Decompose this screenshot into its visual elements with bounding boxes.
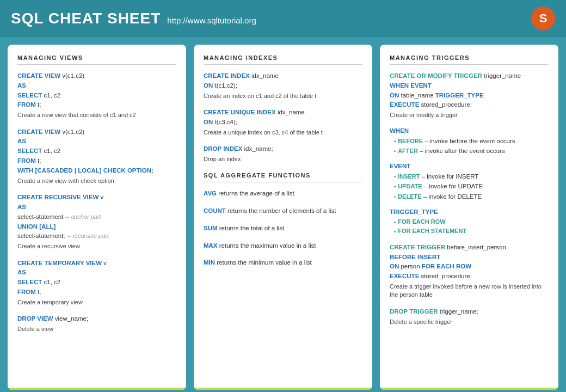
trigger-type-section: TRIGGER_TYPE • FOR EACH ROW • FOR EACH S… bbox=[390, 209, 549, 236]
func-count: COUNT returns the number of elements of … bbox=[204, 206, 362, 216]
code-line: AVG returns the average of a list bbox=[204, 189, 362, 199]
code-line: SELECT c1, c2 bbox=[17, 278, 176, 287]
code-drop-index: DROP INDEX idx_name; Drop an index bbox=[204, 144, 362, 163]
code-text: c1, c2 bbox=[42, 148, 60, 154]
kw: DROP VIEW bbox=[17, 315, 53, 322]
code-line: ON table_name TRIGGER_TYPE bbox=[390, 91, 549, 101]
app-title: SQL CHEAT SHEET bbox=[11, 10, 161, 27]
indexes-section-title: MANAGING INDEXES bbox=[204, 54, 362, 65]
code-create-temp-view: CREATE TEMPORARY VIEW v AS SELECT c1, c2… bbox=[17, 259, 176, 307]
code-line: WHEN EVENT bbox=[390, 81, 549, 91]
desc: Create an index on c1 and c2 of the tabl… bbox=[204, 92, 362, 100]
item-text: AFTER – invoke after the event occurs bbox=[398, 146, 505, 156]
kw: ON bbox=[390, 92, 399, 99]
kw: FOR EACH STATEMENT bbox=[398, 226, 466, 236]
func-avg: AVG returns the average of a list bbox=[204, 189, 362, 199]
kw: SELECT bbox=[17, 148, 42, 154]
kw: DROP INDEX bbox=[204, 145, 242, 152]
kw: WITH [CASCADED | LOCAL] CHECK OPTION; bbox=[17, 167, 153, 174]
code-text: t; bbox=[36, 289, 41, 295]
kw: MAX bbox=[204, 242, 218, 249]
code-text: t(c3,c4); bbox=[213, 119, 237, 125]
header: SQL CHEAT SHEET http://www.sqltutorial.o… bbox=[0, 0, 566, 37]
code-line: SELECT c1, c2 bbox=[17, 91, 176, 101]
event-list: • INSERT – invoke for INSERT • UPDATE – … bbox=[394, 171, 549, 202]
code-line: AS bbox=[17, 268, 176, 278]
kw: ON bbox=[204, 82, 213, 89]
kw: AS bbox=[17, 204, 26, 210]
func-min: MIN returns the minimum value in a list bbox=[204, 258, 362, 268]
kw: SUM bbox=[204, 225, 218, 231]
code-line: select-statement; -- recursive part bbox=[17, 231, 176, 241]
code-text: v(c1,c2) bbox=[60, 72, 84, 79]
code-text: returns the minimum value in a list bbox=[215, 259, 312, 266]
header-title-group: SQL CHEAT SHEET http://www.sqltutorial.o… bbox=[11, 10, 256, 27]
code-text: idx_name bbox=[276, 109, 305, 115]
code-text: t(c1,c2); bbox=[213, 82, 237, 89]
kw: DELETE bbox=[398, 193, 421, 200]
code-text: idx_name; bbox=[242, 145, 273, 152]
list-item: • DELETE – invoke for DELETE bbox=[394, 192, 549, 202]
code-line: CREATE OR MODIFY TRIGGER trigger_name bbox=[390, 71, 549, 81]
code-line: SUM returns the total of a list bbox=[204, 224, 362, 234]
code-text: – invoke after the event occurs bbox=[418, 148, 505, 154]
when-section: WHEN • BEFORE – invoke before the event … bbox=[390, 127, 549, 156]
kw: SELECT bbox=[17, 92, 42, 99]
code-line: COUNT returns the number of elements of … bbox=[204, 206, 362, 216]
kw: INSERT bbox=[398, 173, 420, 180]
code-line: AS bbox=[17, 81, 176, 91]
kw: ON bbox=[390, 263, 399, 270]
code-line: CREATE INDEX idx_name bbox=[204, 71, 362, 81]
list-item: • INSERT – invoke for INSERT bbox=[394, 171, 549, 182]
code-create-view-2: CREATE VIEW v(c1,c2) AS SELECT c1, c2 FR… bbox=[17, 127, 176, 185]
kw: BEFORE bbox=[398, 138, 423, 144]
kw: TRIGGER_TYPE bbox=[435, 92, 484, 99]
code-italic: -- anchor part bbox=[65, 213, 101, 220]
code-line: FROM t; bbox=[17, 100, 176, 110]
kw: CREATE TRIGGER bbox=[390, 244, 445, 250]
kw: AS bbox=[17, 82, 26, 89]
kw: UNION [ALL] bbox=[17, 223, 56, 230]
list-item: • FOR EACH ROW bbox=[394, 217, 549, 227]
event-section: EVENT • INSERT – invoke for INSERT • UPD… bbox=[390, 163, 549, 202]
code-text: – invoke for INSERT bbox=[420, 173, 479, 180]
kw: AFTER bbox=[398, 148, 418, 154]
code-italic: -- recursive part bbox=[67, 232, 109, 239]
kw: CREATE UNIQUE INDEX bbox=[204, 109, 276, 115]
code-line: BEFORE INSERT bbox=[390, 253, 549, 262]
views-section-title: MANAGING VIEWS bbox=[17, 54, 176, 65]
triggers-section-title: MANAGING TRIGGERS bbox=[390, 54, 549, 65]
code-line: AS bbox=[17, 203, 176, 212]
func-sum: SUM returns the total of a list bbox=[204, 224, 362, 234]
code-line: DROP INDEX idx_name; bbox=[204, 144, 362, 154]
kw: EXECUTE bbox=[390, 101, 419, 108]
desc: Drop an index bbox=[204, 155, 362, 163]
kw: CREATE INDEX bbox=[204, 72, 250, 79]
code-create-unique-index: CREATE UNIQUE INDEX idx_name ON t(c3,c4)… bbox=[204, 108, 362, 137]
item-text: UPDATE – invoke for UPDATE bbox=[398, 181, 483, 192]
kw: CREATE TEMPORARY VIEW bbox=[17, 260, 102, 266]
kw: DROP TRIGGER bbox=[390, 308, 438, 315]
code-line: CREATE TEMPORARY VIEW v bbox=[17, 259, 176, 268]
code-create-trigger-example: CREATE TRIGGER before_insert_person BEFO… bbox=[390, 243, 549, 299]
kw: MIN bbox=[204, 259, 215, 266]
bullet: • bbox=[394, 228, 396, 236]
kw: CREATE VIEW bbox=[17, 128, 60, 135]
desc: Create a new view with check option bbox=[17, 177, 176, 185]
code-line: CREATE TRIGGER before_insert_person bbox=[390, 243, 549, 253]
code-text: select-statement; bbox=[17, 232, 67, 239]
kw: FOR EACH ROW bbox=[398, 217, 445, 227]
code-text: returns the number of elements of a list bbox=[226, 207, 336, 214]
list-item: • UPDATE – invoke for UPDATE bbox=[394, 181, 549, 192]
kw: CREATE RECURSIVE VIEW bbox=[17, 194, 99, 200]
code-create-recursive-view: CREATE RECURSIVE VIEW v AS select-statem… bbox=[17, 193, 176, 250]
desc: Create a trigger invoked before a new ro… bbox=[390, 283, 549, 299]
kw: FROM bbox=[17, 101, 36, 108]
code-text: – invoke for DELETE bbox=[422, 193, 482, 200]
panel-views: MANAGING VIEWS CREATE VIEW v(c1,c2) AS S… bbox=[8, 45, 186, 390]
kw: ON bbox=[204, 119, 213, 125]
bullet: • bbox=[394, 148, 396, 155]
kw: AS bbox=[17, 138, 26, 144]
func-max: MAX returns the maximum value in a list bbox=[204, 241, 362, 251]
desc: Delete a view bbox=[17, 325, 176, 333]
